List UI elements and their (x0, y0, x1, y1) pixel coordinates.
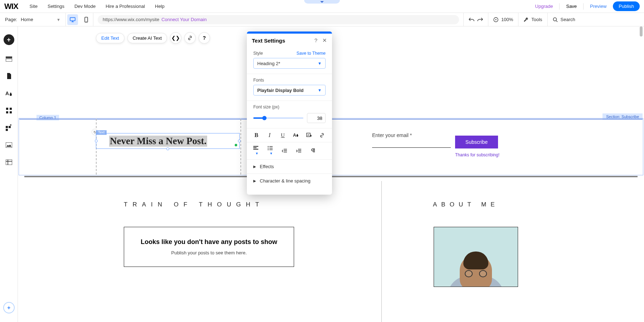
collapse-notch[interactable] (304, 0, 340, 4)
chevron-down-icon: ▼ (255, 152, 259, 155)
create-ai-text-button[interactable]: Create AI Text (127, 33, 167, 43)
align-button[interactable]: ▼ (253, 146, 260, 156)
scrollbar[interactable] (640, 26, 643, 36)
vertical-divider (381, 181, 382, 322)
text-format-row: B I U A A (247, 128, 332, 142)
edit-text-button[interactable]: Edit Text (96, 33, 125, 43)
pages-button[interactable] (5, 73, 13, 79)
mobile-view-button[interactable] (79, 13, 93, 26)
wix-logo[interactable]: WIX (4, 2, 18, 11)
svg-rect-14 (9, 126, 11, 128)
publish-button[interactable]: Publish (613, 1, 640, 11)
indent-button[interactable] (296, 149, 303, 153)
ai-assistant-button[interactable]: ✦ (3, 302, 15, 313)
slider-thumb[interactable] (262, 116, 267, 120)
plus-icon: + (7, 36, 11, 44)
resize-handle-left[interactable] (95, 140, 98, 142)
tools-label: Tools (531, 17, 542, 22)
left-sidebar: + A ✦ (0, 26, 18, 322)
page-icon (6, 73, 11, 79)
add-element-button[interactable]: + (4, 34, 14, 45)
sections-button[interactable] (5, 56, 13, 62)
text-direction-button[interactable] (311, 148, 318, 153)
about-me-heading: ABOUT ME (433, 201, 499, 208)
table-icon (6, 160, 12, 165)
theme-button[interactable]: A (5, 90, 13, 97)
text-color-button[interactable]: A (293, 132, 299, 138)
target-icon (493, 17, 498, 22)
redo-button[interactable] (477, 17, 483, 22)
grid-icon (6, 108, 12, 113)
menu-hire-pro[interactable]: Hire a Professional (101, 4, 150, 9)
style-dropdown[interactable]: Heading 2* ▼ (253, 58, 326, 69)
svg-point-16 (10, 125, 11, 126)
device-switcher (66, 13, 93, 26)
link-icon (319, 133, 325, 138)
undo-icon (469, 17, 474, 22)
animation-button[interactable]: ❮❯ (170, 32, 181, 44)
outdent-icon (282, 149, 287, 153)
help-button[interactable]: ? (199, 32, 210, 44)
svg-point-23 (268, 148, 268, 148)
search-label: Search (561, 17, 575, 22)
upgrade-link[interactable]: Upgrade (535, 4, 553, 9)
search-button[interactable]: Search (547, 13, 580, 26)
connect-domain-link[interactable]: Connect Your Domain (161, 17, 206, 22)
content-manager-button[interactable] (5, 159, 13, 165)
resize-handle-bottom[interactable] (166, 147, 169, 150)
page-selector[interactable]: Page: Home ▼ (0, 13, 66, 26)
selection-bounds[interactable]: Never Miss a New Post. (96, 133, 240, 149)
link-icon (187, 35, 192, 40)
font-size-input[interactable] (307, 113, 326, 123)
bold-button[interactable]: B (253, 132, 259, 138)
separator (559, 3, 560, 10)
list-icon (268, 146, 273, 150)
font-dropdown[interactable]: Playfair Display Bold ▼ (253, 85, 326, 96)
highlight-button[interactable]: A (306, 132, 312, 138)
paragraph-format-row: ▼ ▼ (247, 142, 332, 160)
align-left-icon (253, 146, 258, 150)
link-button[interactable] (184, 32, 196, 44)
menu-site[interactable]: Site (25, 4, 43, 9)
menu-help[interactable]: Help (150, 4, 170, 9)
indent-icon (296, 149, 301, 153)
avatar-head (460, 254, 492, 287)
save-button[interactable]: Save (566, 4, 577, 9)
list-button[interactable]: ▼ (268, 146, 275, 156)
editor-canvas[interactable]: Edit Text Create AI Text ❮❯ ? Column 1 S… (18, 26, 644, 322)
svg-text:A: A (5, 91, 9, 96)
apps-button[interactable] (5, 107, 13, 114)
spacing-section[interactable]: ▶ Character & line spacing (247, 174, 332, 188)
insert-link-button[interactable] (319, 133, 326, 138)
highlight-icon: A (306, 132, 312, 138)
svg-text:A: A (307, 133, 309, 137)
email-field-group: Enter your email * (372, 132, 451, 148)
tools-menu[interactable]: Tools (518, 13, 547, 26)
undo-button[interactable] (469, 17, 474, 22)
heading-text[interactable]: Never Miss a New Post. (109, 136, 207, 147)
email-input[interactable] (372, 147, 451, 148)
page-name: Home (21, 17, 33, 22)
preview-button[interactable]: Preview (590, 4, 606, 9)
selected-text-element[interactable]: ↻ Text Never Miss a New Post. (96, 133, 240, 149)
panel-close-button[interactable]: ✕ (322, 37, 327, 44)
outdent-button[interactable] (282, 149, 289, 153)
media-button[interactable] (5, 142, 13, 148)
app-market-button[interactable] (5, 125, 13, 131)
font-size-slider[interactable] (253, 117, 303, 119)
menu-settings[interactable]: Settings (43, 4, 69, 9)
effects-section[interactable]: ▶ Effects (247, 160, 332, 174)
url-bar[interactable]: https://www.wix.com/mysite Connect Your … (98, 15, 459, 24)
save-to-theme-link[interactable]: Save to Theme (297, 51, 326, 56)
text-color-icon: A (293, 132, 299, 138)
fonts-label: Fonts (253, 78, 326, 83)
svg-rect-10 (10, 108, 12, 110)
desktop-view-button[interactable] (67, 14, 78, 25)
resize-handle-right[interactable] (238, 140, 241, 142)
zoom-control[interactable]: 100% (488, 13, 518, 26)
panel-help-button[interactable]: ? (314, 37, 317, 44)
italic-button[interactable]: I (267, 132, 273, 138)
menu-dev-mode[interactable]: Dev Mode (69, 4, 101, 9)
underline-button[interactable]: U (280, 132, 286, 138)
subscribe-button[interactable]: Subscribe (455, 136, 498, 148)
